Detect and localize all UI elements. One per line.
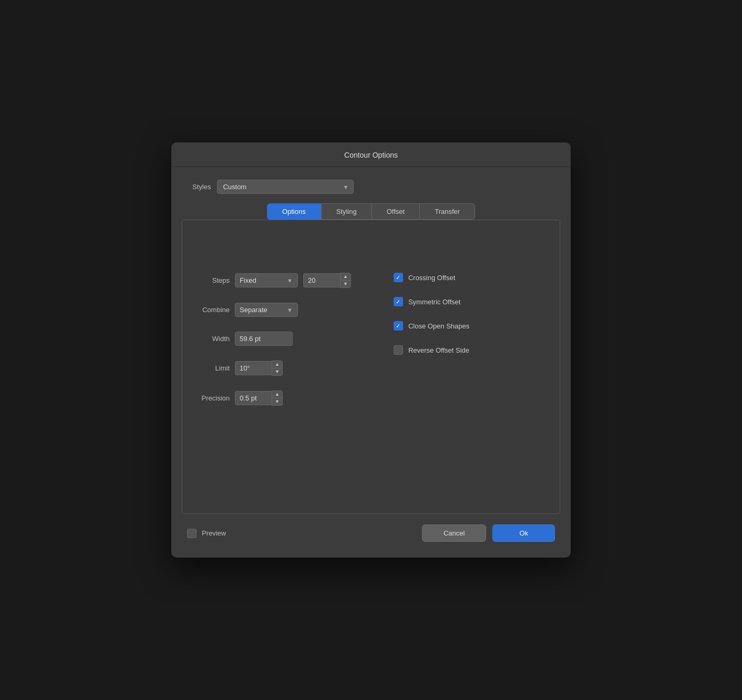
steps-decrement-button[interactable]: ▼: [341, 281, 351, 287]
checkmark-icon: ✓: [396, 323, 400, 329]
styles-row: Styles Custom Default Simple ▼: [171, 167, 571, 203]
preview-label: Preview: [202, 529, 226, 537]
cancel-button[interactable]: Cancel: [422, 524, 486, 542]
precision-row: Precision ▲ ▼: [193, 390, 351, 406]
styles-dropdown[interactable]: Custom Default Simple: [217, 180, 354, 194]
main-panel: Steps Fixed Variable ▼ ▲ ▼: [182, 220, 560, 514]
tabs-bar: Options Styling Offset Transfer: [182, 203, 560, 220]
symmetric-offset-row: ✓ Symmetric Offset: [394, 297, 549, 306]
combine-label: Combine: [193, 306, 230, 314]
tab-styling[interactable]: Styling: [321, 203, 372, 220]
crossing-offset-label: Crossing Offset: [408, 274, 455, 282]
precision-stepper: ▲ ▼: [235, 390, 283, 406]
limit-stepper-buttons: ▲ ▼: [272, 361, 283, 376]
checkmark-icon: ✓: [396, 275, 400, 281]
steps-label: Steps: [193, 276, 230, 284]
reverse-offset-side-label: Reverse Offset Side: [408, 346, 469, 354]
limit-input[interactable]: [235, 361, 272, 375]
tab-transfer[interactable]: Transfer: [420, 203, 475, 220]
precision-increment-button[interactable]: ▲: [272, 391, 282, 398]
styles-select-wrapper: Custom Default Simple ▼: [217, 180, 354, 194]
close-open-shapes-label: Close Open Shapes: [408, 322, 469, 330]
width-label: Width: [193, 335, 230, 343]
combine-row: Combine Separate Combined ▼: [193, 303, 351, 317]
limit-label: Limit: [193, 364, 230, 372]
width-row: Width: [193, 332, 351, 346]
ok-button[interactable]: Ok: [492, 524, 555, 542]
limit-row: Limit ▲ ▼: [193, 361, 351, 376]
symmetric-offset-checkbox[interactable]: ✓: [394, 297, 403, 306]
footer-buttons: Cancel Ok: [422, 524, 555, 542]
close-open-shapes-checkbox[interactable]: ✓: [394, 321, 403, 331]
limit-increment-button[interactable]: ▲: [272, 361, 282, 368]
steps-value-input[interactable]: [303, 273, 340, 287]
precision-stepper-buttons: ▲ ▼: [272, 390, 283, 406]
steps-increment-button[interactable]: ▲: [341, 273, 351, 281]
width-input[interactable]: [235, 332, 293, 346]
close-open-shapes-row: ✓ Close Open Shapes: [394, 321, 549, 331]
steps-row: Steps Fixed Variable ▼ ▲ ▼: [193, 273, 351, 288]
tab-options[interactable]: Options: [267, 203, 321, 220]
reverse-offset-side-checkbox[interactable]: [394, 345, 403, 355]
checkmark-icon: ✓: [396, 299, 400, 305]
precision-decrement-button[interactable]: ▼: [272, 398, 282, 405]
steps-type-dropdown[interactable]: Fixed Variable: [235, 273, 298, 287]
dialog: Contour Options Styles Custom Default Si…: [171, 142, 571, 558]
dialog-title: Contour Options: [171, 142, 571, 167]
tab-offset[interactable]: Offset: [372, 203, 420, 220]
symmetric-offset-label: Symmetric Offset: [408, 298, 460, 306]
dialog-footer: Preview Cancel Ok: [171, 514, 571, 542]
combine-dropdown[interactable]: Separate Combined: [235, 303, 298, 317]
form-grid: Steps Fixed Variable ▼ ▲ ▼: [193, 273, 549, 420]
reverse-offset-side-row: Reverse Offset Side: [394, 345, 549, 355]
crossing-offset-row: ✓ Crossing Offset: [394, 273, 549, 282]
steps-select-wrapper: Fixed Variable ▼: [235, 273, 298, 287]
styles-label: Styles: [192, 183, 211, 191]
combine-select-wrapper: Separate Combined ▼: [235, 303, 298, 317]
crossing-offset-checkbox[interactable]: ✓: [394, 273, 403, 282]
precision-input[interactable]: [235, 391, 272, 405]
right-column: ✓ Crossing Offset ✓ Symmetric Offset ✓: [372, 273, 549, 420]
steps-stepper: ▲ ▼: [303, 273, 351, 288]
left-column: Steps Fixed Variable ▼ ▲ ▼: [193, 273, 372, 420]
limit-decrement-button[interactable]: ▼: [272, 368, 282, 375]
limit-stepper: ▲ ▼: [235, 361, 283, 376]
preview-row: Preview: [187, 529, 226, 538]
steps-stepper-buttons: ▲ ▼: [340, 273, 351, 288]
preview-checkbox[interactable]: [187, 529, 197, 538]
precision-label: Precision: [193, 394, 230, 402]
